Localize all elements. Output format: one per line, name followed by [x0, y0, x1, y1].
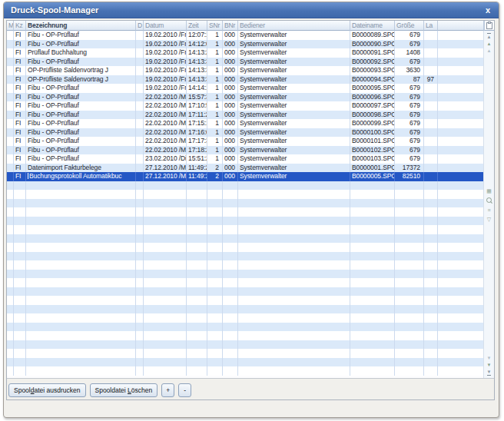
strip-bottom-icons: ▼▼▼ [484, 356, 494, 376]
cell-zeit: 17:17:3 [187, 137, 207, 146]
cell-datum: 19.02.2010 /Fr [144, 66, 187, 75]
cell-extra [438, 111, 484, 120]
cell-bediener: Systemverwalter [238, 40, 350, 49]
cell-extra [438, 40, 484, 49]
cell-bnr [223, 234, 238, 244]
cell-bez [26, 190, 136, 199]
column-header-kz[interactable]: Kz [14, 21, 26, 31]
header-row: MKzBezeichnungDDatumZeitSNrBNrBedienerDa… [7, 21, 494, 31]
search-icon[interactable] [486, 197, 492, 204]
cell-d [136, 305, 144, 314]
table-row[interactable]: FIFibu - OP-Prüflauf22.02.2010 /Mo15:57:… [7, 93, 484, 102]
table-row[interactable]: FIFibu - OP-Prüflauf22.02.2010 /Mo17:18:… [7, 146, 484, 155]
table-row[interactable]: FIFibu - OP-Prüflauf19.02.2010 /Fr12:07:… [7, 31, 484, 40]
cell-bediener: Systemverwalter [238, 154, 350, 164]
table-row[interactable]: FIFibu - OP-Prüflauf19.02.2010 /Fr14:14:… [7, 84, 484, 93]
cell-bez [26, 366, 136, 376]
row-up-icon[interactable]: ▲ [487, 48, 492, 53]
cell-datei: B0000001.SPO [350, 164, 395, 173]
column-header-extra[interactable] [438, 21, 484, 31]
table-row[interactable]: FIPrüflauf Buchhaltung19.02.2010 /Fr14:1… [7, 48, 484, 58]
cell-extra [438, 278, 484, 287]
cell-kz [14, 243, 26, 252]
table-row[interactable]: FIFibu - OP-Prüflauf23.02.2010 /Di15:51:… [7, 154, 484, 164]
cell-d [136, 225, 144, 234]
spooldatei-ausdrucken-button[interactable]: Spooldatei ausdrucken [8, 383, 86, 397]
cell-datum [144, 207, 187, 217]
table-row[interactable]: FIOP-Prüfliste Saldenvortrag J19.02.2010… [7, 75, 484, 85]
scroll-page-down-icon[interactable]: ▼ [487, 363, 492, 367]
cell-la [424, 331, 438, 340]
cell-snr [207, 199, 223, 208]
cell-la [424, 101, 438, 111]
cell-datei: B0000091.SPO [350, 48, 395, 58]
cell-la [424, 296, 438, 305]
cell-m [7, 313, 14, 323]
cell-bnr: 000 [223, 172, 238, 181]
cell-extra [438, 349, 484, 358]
column-header-la[interactable]: La [424, 21, 438, 31]
cell-d [136, 154, 144, 164]
table-row[interactable]: FIFibu - OP-Prüflauf22.02.2010 /Mo17:16:… [7, 128, 484, 138]
cell-kz: FI [14, 172, 26, 181]
cell-extra [438, 207, 484, 217]
column-select-icon[interactable]: ▦ [486, 188, 492, 194]
cell-d [136, 164, 144, 173]
cell-snr [207, 366, 223, 376]
cell-zeit: 17:10:5 [187, 101, 207, 111]
cell-groesse [395, 199, 424, 208]
cell-bediener [238, 296, 350, 305]
row-down-icon[interactable]: ▼ [487, 356, 492, 360]
remove-button[interactable]: - [178, 383, 191, 397]
cell-bnr: 000 [223, 111, 238, 120]
column-header-snr[interactable]: SNr [207, 21, 223, 31]
table-row[interactable]: FIFibu - OP-Prüflauf19.02.2010 /Fr14:13:… [7, 58, 484, 67]
spooldatei-loeschen-button[interactable]: Spooldatei Löschen [90, 383, 158, 397]
table-row[interactable]: FIFibu - OP-Prüflauf22.02.2010 /Mo17:17:… [7, 137, 484, 146]
table-row[interactable]: FIFibu - OP-Prüflauf22.02.2010 /Mo17:10:… [7, 101, 484, 111]
druck-spool-manager-window: Druck-Spool-Manager x MKzBezeichnungDDat… [3, 2, 499, 418]
cell-extra [438, 137, 484, 146]
column-header-datum[interactable]: Datum [144, 21, 187, 31]
column-header-bediener[interactable]: Bediener [238, 21, 350, 31]
column-header-datei[interactable]: Dateiname [350, 21, 395, 31]
cell-snr [207, 217, 223, 226]
cell-datum [144, 217, 187, 226]
content-panel: MKzBezeichnungDDatumZeitSNrBNrBedienerDa… [6, 20, 495, 400]
cell-m [7, 172, 14, 181]
column-header-bnr[interactable]: BNr [223, 21, 238, 31]
table-row[interactable]: FIDatenimport Fakturbelege27.12.2010 /Mo… [7, 164, 484, 173]
column-header-m[interactable]: M [7, 21, 14, 31]
table-row[interactable]: FIFibu - OP-Prüflauf19.02.2010 /Fr14:12:… [7, 40, 484, 49]
column-header-groesse[interactable]: Größe [395, 21, 424, 31]
column-header-d[interactable]: D [136, 21, 144, 31]
table-row[interactable]: FIBuchungsprotokoll Automatikbuc27.12.20… [7, 172, 484, 181]
scroll-last-icon[interactable]: ▼ [487, 370, 492, 376]
cell-bediener: Systemverwalter [238, 164, 350, 173]
add-button[interactable]: + [161, 383, 174, 397]
cell-groesse [395, 225, 424, 234]
table-row[interactable]: FIOP-Prüfliste Saldenvortrag J19.02.2010… [7, 66, 484, 75]
table-row[interactable]: FIFibu - OP-Prüflauf22.02.2010 /Mo17:15:… [7, 119, 484, 128]
scroll-page-up-icon[interactable]: ▲ [487, 41, 492, 46]
cell-m [7, 190, 14, 199]
cell-d [136, 366, 144, 376]
cell-extra [438, 146, 484, 155]
column-header-bez[interactable]: Bezeichnung [26, 21, 136, 31]
cell-snr [207, 287, 223, 297]
sort-icon[interactable]: ≡ [487, 207, 490, 213]
cell-datei: B0000097.SPO [350, 101, 395, 111]
cell-bediener: Systemverwalter [238, 119, 350, 128]
cell-datum [144, 270, 187, 279]
column-header-zeit[interactable]: Zeit [187, 21, 207, 31]
cell-bediener [238, 313, 350, 323]
cell-bediener [238, 234, 350, 244]
filter-icon[interactable]: ▽ [487, 217, 491, 222]
copy-grid-icon-cell[interactable] [484, 21, 494, 31]
cell-d [136, 111, 144, 120]
table-row[interactable]: FIFibu - OP-Prüflauf22.02.2010 /Mo17:11:… [7, 111, 484, 120]
cell-zeit [187, 323, 207, 332]
cell-groesse [395, 234, 424, 244]
scroll-first-icon[interactable]: ▲ [487, 33, 492, 39]
close-icon[interactable]: x [484, 6, 492, 15]
